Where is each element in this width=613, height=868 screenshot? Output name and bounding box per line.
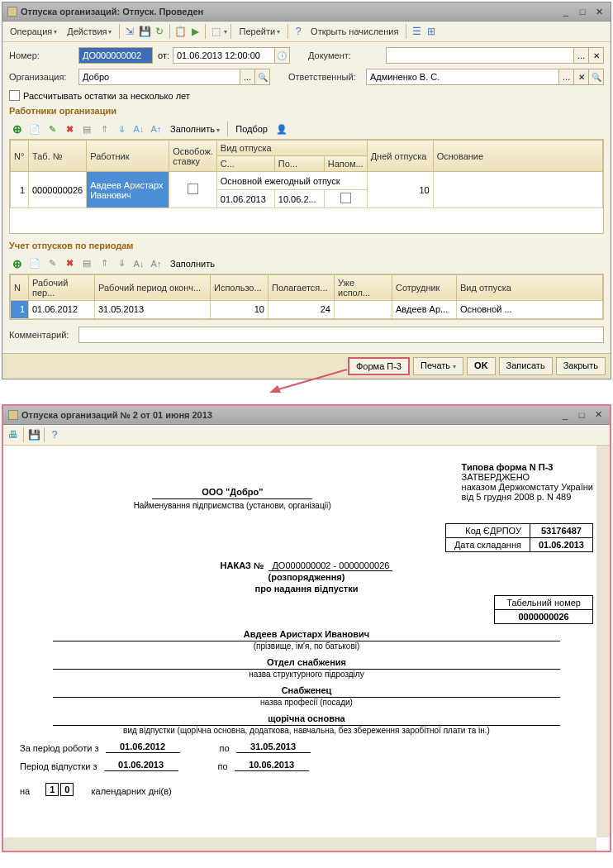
number-input[interactable] <box>78 47 153 64</box>
add-copy-button-2[interactable]: 📄 <box>26 255 43 272</box>
window-title-2: Отпуска организаций № 2 от 01 июня 2013 <box>21 410 212 420</box>
add-row-button-2[interactable]: ⊕ <box>9 255 26 272</box>
save-button[interactable]: Записать <box>499 357 553 375</box>
document-preview: ООО "Добро" Найменування підприємства (у… <box>3 446 610 851</box>
help-icon-2[interactable]: ? <box>48 428 61 441</box>
maximize-button[interactable]: □ <box>576 6 589 17</box>
section-workers-title: Работники организации <box>9 106 604 116</box>
edit-row-button-2[interactable]: ✎ <box>44 255 60 272</box>
col-days[interactable]: Дней отпуска <box>367 141 433 172</box>
document-label: Документ: <box>308 50 383 60</box>
free-checkbox[interactable] <box>188 184 198 194</box>
col2-used[interactable]: Использо... <box>211 274 268 300</box>
comment-input[interactable] <box>78 327 604 343</box>
doc-approved-2: наказом Держкомстату України <box>462 482 593 492</box>
sort-asc-button[interactable]: A↓ <box>131 121 147 137</box>
sort-desc-button-2[interactable]: A↑ <box>148 255 164 272</box>
responsible-input[interactable] <box>366 69 559 85</box>
copy-icon[interactable]: 📋 <box>173 25 187 38</box>
move-down-button-2[interactable]: ⇓ <box>113 255 130 272</box>
window-icon <box>7 7 17 17</box>
delete-row-button[interactable]: ✖ <box>61 121 78 137</box>
document-select-button[interactable]: … <box>574 47 589 64</box>
table-row[interactable]: 1 0000000026 Авдеев Аристарх Иванович Ос… <box>11 172 603 190</box>
post-icon[interactable]: ▶ <box>188 25 202 38</box>
close-button-2[interactable]: ✕ <box>592 409 605 421</box>
col-remind[interactable]: Напом... <box>324 156 367 172</box>
col2-wp[interactable]: Рабочий пер... <box>29 274 95 300</box>
refresh-icon[interactable]: ↻ <box>153 25 166 38</box>
post-and-close-icon[interactable]: ⇲ <box>123 25 136 38</box>
col-tabnum[interactable]: Таб. № <box>29 141 87 172</box>
col-to[interactable]: По... <box>274 156 324 172</box>
col-basis[interactable]: Основание <box>433 141 602 172</box>
print-button[interactable]: Печать ▾ <box>413 357 463 375</box>
delete-row-button-2[interactable]: ✖ <box>61 255 78 272</box>
fill-button[interactable]: Заполнить ▾ <box>165 122 225 136</box>
responsible-clear-button[interactable]: ✕ <box>574 69 589 85</box>
maximize-button-2[interactable]: □ <box>575 409 588 421</box>
col-n[interactable]: N° <box>11 141 29 172</box>
col2-n[interactable]: N <box>11 274 29 300</box>
move-up-button[interactable]: ▤ <box>78 121 95 137</box>
list-icon[interactable]: ☰ <box>410 25 423 38</box>
minimize-button-2[interactable]: _ <box>558 409 572 421</box>
move-down-button[interactable]: ⇓ <box>113 121 130 137</box>
operation-menu[interactable]: Операция▾ <box>6 25 61 38</box>
col2-wpe[interactable]: Рабочий период оконч... <box>95 274 211 300</box>
doc-order-sub1: (розпорядження) <box>20 572 593 582</box>
doc-dept-sub: назва структурного підрозділу <box>20 670 593 679</box>
close-button[interactable]: ✕ <box>592 6 606 17</box>
col-worker[interactable]: Работник <box>87 141 169 172</box>
col-from[interactable]: С... <box>216 156 274 172</box>
horizontal-scrollbar[interactable] <box>3 837 596 851</box>
org-search-icon[interactable]: 🔍 <box>255 69 270 85</box>
number-label: Номер: <box>9 50 75 60</box>
actions-menu[interactable]: Действия▾ <box>63 25 116 38</box>
edit-row-button[interactable]: ✎ <box>44 121 60 137</box>
add-copy-button[interactable]: 📄 <box>26 121 43 137</box>
tree-icon[interactable]: ⊞ <box>425 25 438 38</box>
sort-asc-button-2[interactable]: A↓ <box>131 255 147 272</box>
col2-due[interactable]: Полагается... <box>268 274 335 300</box>
selection-button[interactable]: Подбор <box>230 122 273 136</box>
minimize-button[interactable]: _ <box>559 6 573 17</box>
date-picker-icon[interactable]: 🕓 <box>275 47 290 64</box>
sort-desc-button[interactable]: A↑ <box>148 121 164 137</box>
print-icon[interactable]: 🖶 <box>7 428 20 441</box>
multi-year-checkbox[interactable] <box>9 90 20 101</box>
fill-button-2[interactable]: Заполнить <box>165 257 220 270</box>
doc-order-sub2: про надання відпустки <box>20 584 593 594</box>
move-top-button[interactable]: ⇑ <box>96 121 112 137</box>
table-row[interactable]: 1 01.06.2012 31.05.2013 10 24 Авдеев Ар.… <box>11 300 603 318</box>
multi-year-label: Рассчитывать остатки за несколько лет <box>23 91 190 101</box>
save-icon[interactable]: 💾 <box>138 25 151 38</box>
move-up-button-2[interactable]: ▤ <box>78 255 95 272</box>
doc-form-name: Типова форма N П-3 <box>462 462 593 472</box>
responsible-select-button[interactable]: … <box>559 69 574 85</box>
col2-already[interactable]: Уже испол... <box>335 274 392 300</box>
col2-vtype[interactable]: Вид отпуска <box>457 274 603 300</box>
org-select-button[interactable]: … <box>240 69 255 85</box>
save-file-icon[interactable]: 💾 <box>27 428 40 441</box>
user-icon[interactable]: 👤 <box>273 121 290 137</box>
responsible-search-icon[interactable]: 🔍 <box>589 69 604 85</box>
document-clear-button[interactable]: ✕ <box>589 47 604 64</box>
structure-icon[interactable]: ⬚ <box>209 25 222 38</box>
col2-emp[interactable]: Сотрудник <box>392 274 457 300</box>
vertical-scrollbar[interactable] <box>596 446 610 837</box>
col-free[interactable]: Освобож. ставку <box>169 141 217 172</box>
remind-checkbox[interactable] <box>340 193 351 203</box>
open-calculations-button[interactable]: Открыть начисления <box>306 25 402 38</box>
org-input[interactable] <box>78 69 240 85</box>
doc-approved-1: ЗАТВЕРДЖЕНО <box>462 472 593 482</box>
goto-menu[interactable]: Перейти▾ <box>235 25 284 38</box>
document-input[interactable] <box>386 47 574 64</box>
help-icon[interactable]: ? <box>292 25 305 38</box>
move-top-button-2[interactable]: ⇑ <box>96 255 112 272</box>
date-input[interactable] <box>173 47 275 64</box>
col-vtype[interactable]: Вид отпуска <box>216 141 367 156</box>
ok-button[interactable]: OK <box>467 357 496 375</box>
add-row-button[interactable]: ⊕ <box>9 121 26 137</box>
close-button-footer[interactable]: Закрыть <box>556 357 606 375</box>
